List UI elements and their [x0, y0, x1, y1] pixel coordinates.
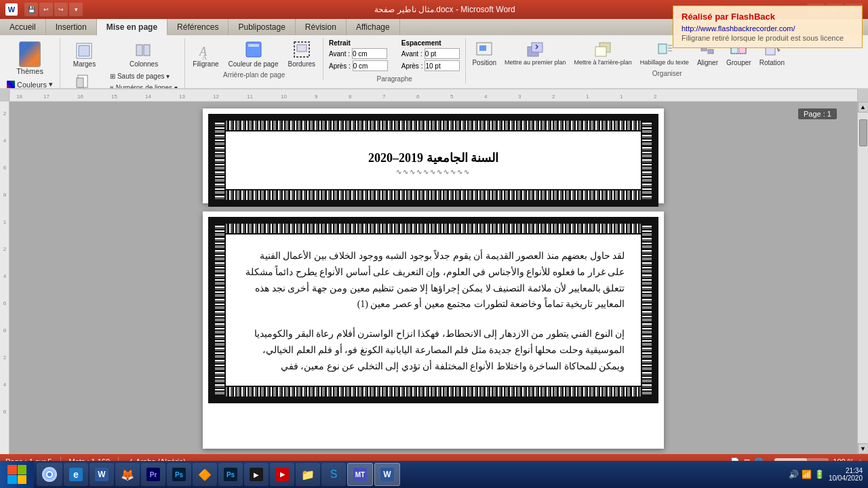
- premier-plan-icon: [526, 41, 544, 59]
- taskbar-teams[interactable]: MT: [347, 463, 373, 486]
- orientation-btn[interactable]: Orientation: [64, 71, 104, 89]
- watermark-text: Filigrane retiré lorsque le produit est …: [682, 34, 854, 42]
- tray-battery-icon[interactable]: 🔋: [814, 470, 825, 479]
- svg-text:6: 6: [3, 165, 7, 171]
- taskbar-video[interactable]: ▶: [270, 463, 294, 486]
- svg-rect-13: [248, 44, 259, 47]
- tray-network-icon[interactable]: 🔊: [789, 470, 799, 479]
- svg-text:14: 14: [145, 94, 151, 100]
- retrait-avant-input[interactable]: [352, 48, 387, 59]
- left-ruler: 2 4 6 8 1 2 4 6 8 2 4 6: [0, 102, 9, 454]
- colonnes-btn[interactable]: Colonnes: [107, 39, 180, 70]
- espacement-apres-label: Après :: [401, 62, 423, 70]
- taskbar-media[interactable]: ▶: [244, 463, 269, 486]
- tab-affichage[interactable]: Affichage: [347, 19, 400, 35]
- taskbar-folder[interactable]: 📁: [296, 463, 320, 486]
- scroll-track[interactable]: [858, 113, 868, 443]
- clock-time: 21:34: [846, 467, 863, 474]
- taskbar-right: 🔊 📶 🔋 21:34 10/04/2020: [783, 461, 868, 488]
- themes-group: Thèmes Couleurs ▾ A Polices ▾ Effets ▾ T…: [0, 38, 60, 89]
- svg-text:18: 18: [16, 94, 22, 100]
- start-button[interactable]: [0, 461, 34, 488]
- svg-text:2: 2: [3, 354, 7, 361]
- page-2-para1: لقد حاول بعضهم منذ العصور القديمة أن يقو…: [242, 248, 625, 312]
- vertical-ruler: 2 4 6 8 1 2 4 6 8 2 4 6: [0, 102, 9, 454]
- svg-text:16: 16: [77, 94, 83, 100]
- retrait-apres-label: Après :: [329, 62, 351, 70]
- svg-text:10: 10: [281, 94, 287, 100]
- svg-marker-32: [778, 48, 781, 52]
- themes-btn[interactable]: Thèmes: [13, 39, 47, 77]
- clock[interactable]: 21:34 10/04/2020: [829, 467, 863, 482]
- word-logo: W: [5, 3, 18, 16]
- colonnes-icon: [135, 42, 153, 60]
- tab-accueil[interactable]: Accueil: [0, 19, 46, 35]
- tab-publipostage[interactable]: Publipostage: [229, 19, 295, 35]
- taskbar-photoshop2[interactable]: Ps: [218, 463, 243, 486]
- taskbar-skype[interactable]: S: [321, 463, 346, 486]
- watermark-title: Réalisé par FlashBack: [682, 12, 854, 22]
- tab-insertion[interactable]: Insertion: [46, 19, 97, 35]
- couleur-page-btn[interactable]: Couleur de page: [225, 39, 282, 70]
- espacement-apres-input[interactable]: [425, 60, 460, 71]
- quick-undo-btn[interactable]: ↩: [39, 3, 53, 16]
- svg-text:9: 9: [315, 94, 318, 100]
- scroll-thumb[interactable]: [859, 119, 867, 146]
- tab-mise-en-page[interactable]: Mise en page: [97, 19, 167, 35]
- svg-text:2: 2: [654, 94, 657, 100]
- taskbar-word-active[interactable]: W: [374, 463, 400, 486]
- scroll-down-btn[interactable]: ▼: [858, 443, 869, 454]
- taskbar: e W 🦊 Pr Ps 🔶 Ps ▶ ▶ 📁 S: [0, 461, 868, 488]
- bordures-icon: [293, 41, 311, 61]
- position-btn[interactable]: Position: [469, 39, 500, 68]
- svg-text:12: 12: [213, 94, 219, 100]
- taskbar-vlc[interactable]: 🔶: [193, 463, 217, 486]
- tab-revision[interactable]: Révision: [296, 19, 347, 35]
- retrait-apres-input[interactable]: [353, 60, 388, 71]
- svg-text:13: 13: [179, 94, 185, 100]
- tray-volume-icon[interactable]: 📶: [802, 470, 812, 479]
- page-2: لقد حاول بعضهم منذ العصور القديمة أن يقو…: [203, 211, 664, 449]
- svg-text:7: 7: [382, 94, 386, 100]
- taskbar-explorer[interactable]: e: [64, 463, 88, 486]
- taskbar-word[interactable]: W: [90, 463, 114, 486]
- marges-icon: [75, 42, 93, 60]
- paragraphe-label: Paragraphe: [329, 75, 460, 83]
- arriere-plan-group-label: Arrière-plan de page: [189, 71, 319, 79]
- marges-btn[interactable]: Marges: [64, 39, 104, 70]
- taskbar-chrome[interactable]: [37, 463, 62, 486]
- espacement-label: Espacement: [401, 39, 460, 47]
- filigrane-icon: A A: [197, 41, 214, 61]
- taskbar-firefox[interactable]: 🦊: [115, 463, 140, 486]
- quick-redo-btn[interactable]: ↪: [54, 3, 68, 16]
- svg-text:6: 6: [3, 300, 7, 306]
- tab-references[interactable]: Références: [167, 19, 229, 35]
- svg-text:11: 11: [247, 94, 253, 100]
- svg-text:6: 6: [416, 94, 420, 100]
- espacement-avant-input[interactable]: [425, 48, 460, 59]
- right-scrollbar[interactable]: ▲ ▼: [857, 102, 868, 454]
- taskbar-photoshop[interactable]: Ps: [167, 463, 191, 486]
- filigrane-btn[interactable]: A A Filigrane: [189, 39, 222, 70]
- scroll-up-btn[interactable]: ▲: [858, 102, 869, 113]
- quick-save-btn[interactable]: 💾: [24, 3, 38, 16]
- svg-text:4: 4: [3, 273, 7, 279]
- arriere-plan-group: A A Filigrane Couleur de page: [185, 38, 323, 80]
- espacement-avant-label: Avant :: [401, 50, 422, 58]
- svg-text:4: 4: [3, 382, 7, 388]
- couleurs-btn[interactable]: Couleurs ▾: [4, 79, 56, 89]
- premier-plan-btn[interactable]: Mettre au premier plan: [501, 39, 570, 68]
- taskbar-premiere[interactable]: Pr: [141, 463, 165, 486]
- svg-text:4: 4: [3, 138, 7, 144]
- quick-dropdown-btn[interactable]: ▾: [69, 3, 83, 16]
- bordures-btn[interactable]: Bordures: [284, 39, 319, 70]
- sauts-pages-btn[interactable]: ⊞Sauts de pages▾: [107, 71, 180, 81]
- habillage-icon: [656, 41, 673, 59]
- taskbar-items: e W 🦊 Pr Ps 🔶 Ps ▶ ▶ 📁 S: [34, 461, 783, 488]
- numeros-lignes-btn[interactable]: ≡Numéros de lignes▾: [107, 83, 180, 89]
- svg-text:1: 1: [586, 94, 589, 100]
- svg-rect-34: [9, 89, 857, 101]
- arriere-plan-obj-btn[interactable]: Mettre à l'arrière-plan: [571, 39, 635, 68]
- document-scroll-area[interactable]: Page : 1 السنة الجامعية 2019–2020 ∿∿∿∿∿∿…: [9, 102, 857, 454]
- page-1: السنة الجامعية 2019–2020 ∿∿∿∿∿∿∿∿∿∿∿: [203, 108, 664, 203]
